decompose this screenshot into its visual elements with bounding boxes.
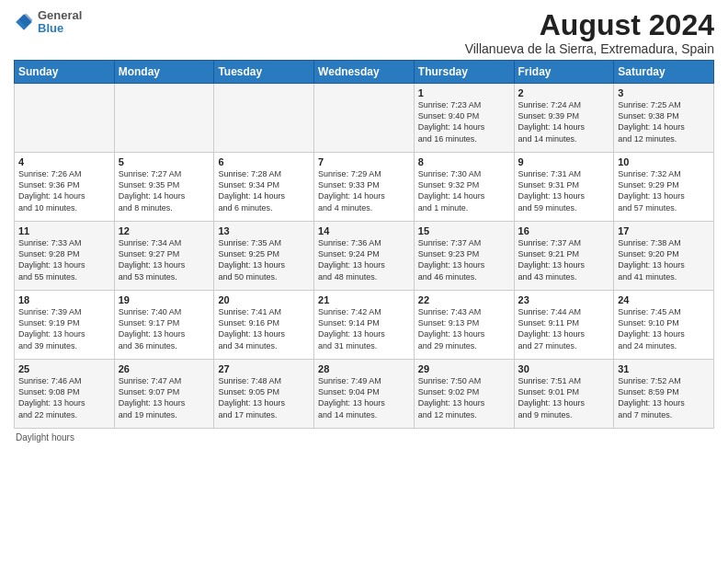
page-subtitle: Villanueva de la Sierra, Extremadura, Sp… (465, 41, 714, 56)
day-number: 18 (18, 294, 110, 305)
header-day: Thursday (414, 61, 514, 84)
day-info: Sunrise: 7:34 AM Sunset: 9:27 PM Dayligh… (119, 237, 210, 282)
calendar-cell: 16Sunrise: 7:37 AM Sunset: 9:21 PM Dayli… (514, 222, 614, 291)
day-info: Sunrise: 7:33 AM Sunset: 9:28 PM Dayligh… (18, 237, 110, 282)
day-number: 30 (518, 363, 610, 374)
day-info: Sunrise: 7:45 AM Sunset: 9:10 PM Dayligh… (618, 306, 710, 351)
day-number: 24 (618, 294, 710, 305)
day-number: 19 (119, 294, 210, 305)
logo-line2: Blue (38, 22, 82, 35)
calendar-cell (214, 84, 314, 153)
day-number: 22 (418, 294, 510, 305)
day-number: 7 (318, 156, 410, 167)
footer-note: Daylight hours (14, 432, 714, 442)
day-number: 16 (518, 225, 610, 236)
calendar-cell: 7Sunrise: 7:29 AM Sunset: 9:33 PM Daylig… (314, 153, 415, 222)
day-info: Sunrise: 7:23 AM Sunset: 9:40 PM Dayligh… (418, 99, 510, 144)
calendar-cell: 6Sunrise: 7:28 AM Sunset: 9:34 PM Daylig… (214, 153, 314, 222)
calendar-cell: 15Sunrise: 7:37 AM Sunset: 9:23 PM Dayli… (414, 222, 514, 291)
calendar-cell: 14Sunrise: 7:36 AM Sunset: 9:24 PM Dayli… (314, 222, 415, 291)
day-info: Sunrise: 7:49 AM Sunset: 9:04 PM Dayligh… (318, 375, 410, 420)
day-number: 28 (318, 363, 410, 374)
day-info: Sunrise: 7:37 AM Sunset: 9:23 PM Dayligh… (418, 237, 510, 282)
calendar-cell: 17Sunrise: 7:38 AM Sunset: 9:20 PM Dayli… (614, 222, 714, 291)
calendar-cell: 31Sunrise: 7:52 AM Sunset: 8:59 PM Dayli… (614, 360, 714, 429)
day-number: 1 (418, 87, 510, 98)
day-info: Sunrise: 7:48 AM Sunset: 9:05 PM Dayligh… (218, 375, 310, 420)
day-number: 8 (418, 156, 510, 167)
calendar-week: 11Sunrise: 7:33 AM Sunset: 9:28 PM Dayli… (15, 222, 714, 291)
calendar-cell (114, 84, 214, 153)
day-info: Sunrise: 7:38 AM Sunset: 9:20 PM Dayligh… (618, 237, 710, 282)
day-number: 3 (618, 87, 710, 98)
title-block: August 2024 Villanueva de la Sierra, Ext… (465, 9, 714, 56)
day-info: Sunrise: 7:36 AM Sunset: 9:24 PM Dayligh… (318, 237, 410, 282)
calendar-cell: 9Sunrise: 7:31 AM Sunset: 9:31 PM Daylig… (514, 153, 614, 222)
day-info: Sunrise: 7:30 AM Sunset: 9:32 PM Dayligh… (418, 168, 510, 213)
calendar-cell: 25Sunrise: 7:46 AM Sunset: 9:08 PM Dayli… (15, 360, 115, 429)
calendar-cell: 24Sunrise: 7:45 AM Sunset: 9:10 PM Dayli… (614, 291, 714, 360)
calendar-cell: 20Sunrise: 7:41 AM Sunset: 9:16 PM Dayli… (214, 291, 314, 360)
calendar-table: SundayMondayTuesdayWednesdayThursdayFrid… (14, 60, 714, 429)
header-day: Friday (514, 61, 614, 84)
logo-icon (14, 12, 34, 32)
calendar-cell (314, 84, 415, 153)
day-number: 9 (518, 156, 610, 167)
daylight-label: Daylight hours (16, 432, 74, 442)
header-day: Monday (114, 61, 214, 84)
day-number: 10 (618, 156, 710, 167)
day-number: 13 (218, 225, 310, 236)
calendar-cell: 28Sunrise: 7:49 AM Sunset: 9:04 PM Dayli… (314, 360, 415, 429)
calendar-cell: 11Sunrise: 7:33 AM Sunset: 9:28 PM Dayli… (15, 222, 115, 291)
calendar-cell: 5Sunrise: 7:27 AM Sunset: 9:35 PM Daylig… (114, 153, 214, 222)
calendar-cell: 21Sunrise: 7:42 AM Sunset: 9:14 PM Dayli… (314, 291, 415, 360)
logo-line1: General (38, 9, 82, 22)
header-day: Wednesday (314, 61, 415, 84)
day-info: Sunrise: 7:40 AM Sunset: 9:17 PM Dayligh… (119, 306, 210, 351)
day-info: Sunrise: 7:43 AM Sunset: 9:13 PM Dayligh… (418, 306, 510, 351)
day-info: Sunrise: 7:42 AM Sunset: 9:14 PM Dayligh… (318, 306, 410, 351)
calendar-cell: 4Sunrise: 7:26 AM Sunset: 9:36 PM Daylig… (15, 153, 115, 222)
day-number: 11 (18, 225, 110, 236)
day-info: Sunrise: 7:39 AM Sunset: 9:19 PM Dayligh… (18, 306, 110, 351)
day-info: Sunrise: 7:52 AM Sunset: 8:59 PM Dayligh… (618, 375, 710, 420)
day-info: Sunrise: 7:41 AM Sunset: 9:16 PM Dayligh… (218, 306, 310, 351)
day-info: Sunrise: 7:50 AM Sunset: 9:02 PM Dayligh… (418, 375, 510, 420)
day-number: 31 (618, 363, 710, 374)
day-info: Sunrise: 7:24 AM Sunset: 9:39 PM Dayligh… (518, 99, 610, 144)
day-info: Sunrise: 7:26 AM Sunset: 9:36 PM Dayligh… (18, 168, 110, 213)
calendar-cell: 29Sunrise: 7:50 AM Sunset: 9:02 PM Dayli… (414, 360, 514, 429)
calendar-week: 25Sunrise: 7:46 AM Sunset: 9:08 PM Dayli… (15, 360, 714, 429)
calendar-cell: 2Sunrise: 7:24 AM Sunset: 9:39 PM Daylig… (514, 84, 614, 153)
calendar-cell: 1Sunrise: 7:23 AM Sunset: 9:40 PM Daylig… (414, 84, 514, 153)
page: General Blue August 2024 Villanueva de l… (0, 0, 728, 563)
day-info: Sunrise: 7:35 AM Sunset: 9:25 PM Dayligh… (218, 237, 310, 282)
day-number: 15 (418, 225, 510, 236)
day-number: 2 (518, 87, 610, 98)
day-number: 26 (119, 363, 210, 374)
header-day: Tuesday (214, 61, 314, 84)
header: General Blue August 2024 Villanueva de l… (14, 9, 714, 56)
calendar-cell: 12Sunrise: 7:34 AM Sunset: 9:27 PM Dayli… (114, 222, 214, 291)
day-info: Sunrise: 7:31 AM Sunset: 9:31 PM Dayligh… (518, 168, 610, 213)
calendar-cell: 3Sunrise: 7:25 AM Sunset: 9:38 PM Daylig… (614, 84, 714, 153)
day-info: Sunrise: 7:37 AM Sunset: 9:21 PM Dayligh… (518, 237, 610, 282)
day-number: 21 (318, 294, 410, 305)
day-number: 14 (318, 225, 410, 236)
day-number: 12 (119, 225, 210, 236)
day-info: Sunrise: 7:51 AM Sunset: 9:01 PM Dayligh… (518, 375, 610, 420)
day-info: Sunrise: 7:47 AM Sunset: 9:07 PM Dayligh… (119, 375, 210, 420)
day-number: 29 (418, 363, 510, 374)
calendar-body: 1Sunrise: 7:23 AM Sunset: 9:40 PM Daylig… (15, 84, 714, 429)
day-number: 23 (518, 294, 610, 305)
day-number: 20 (218, 294, 310, 305)
calendar-week: 1Sunrise: 7:23 AM Sunset: 9:40 PM Daylig… (15, 84, 714, 153)
day-info: Sunrise: 7:27 AM Sunset: 9:35 PM Dayligh… (119, 168, 210, 213)
day-number: 6 (218, 156, 310, 167)
day-info: Sunrise: 7:25 AM Sunset: 9:38 PM Dayligh… (618, 99, 710, 144)
day-number: 5 (119, 156, 210, 167)
day-info: Sunrise: 7:28 AM Sunset: 9:34 PM Dayligh… (218, 168, 310, 213)
calendar-cell: 22Sunrise: 7:43 AM Sunset: 9:13 PM Dayli… (414, 291, 514, 360)
day-number: 17 (618, 225, 710, 236)
calendar-cell: 19Sunrise: 7:40 AM Sunset: 9:17 PM Dayli… (114, 291, 214, 360)
